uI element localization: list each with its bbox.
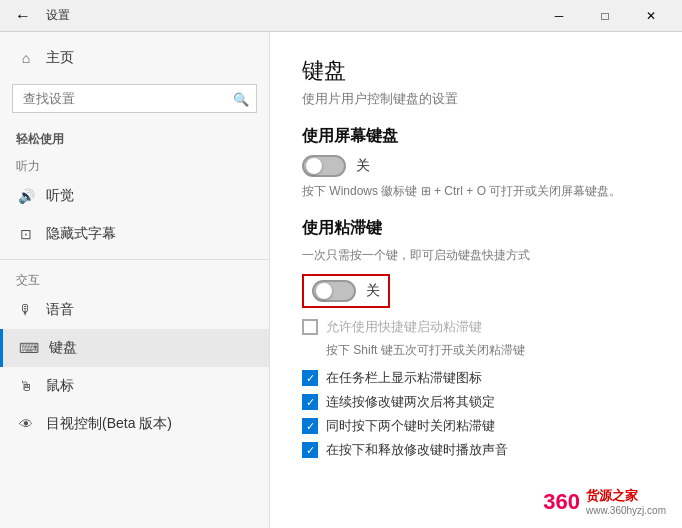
screen-keyboard-hint: 按下 Windows 徽标键 ⊞ + Ctrl + O 可打开或关闭屏幕键盘。 bbox=[302, 183, 650, 200]
watermark-text-block: 货源之家 www.360hyzj.com bbox=[586, 487, 666, 516]
titlebar-title: 设置 bbox=[46, 7, 70, 24]
search-input[interactable] bbox=[12, 84, 257, 113]
watermark-brand: 货源之家 bbox=[586, 487, 666, 505]
checkbox-row-5: 在按下和释放修改键时播放声音 bbox=[302, 441, 650, 459]
search-icon: 🔍 bbox=[233, 91, 249, 106]
watermark: 360 货源之家 www.360hyzj.com bbox=[535, 483, 674, 520]
main-layout: ⌂ 主页 🔍 轻松使用 听力 🔊 听觉 ⊡ 隐藏式字幕 交互 🎙 语音 ⌨ bbox=[0, 32, 682, 528]
close-button[interactable]: ✕ bbox=[628, 0, 674, 32]
checkbox-1-hint: 按下 Shift 键五次可打开或关闭粘滞键 bbox=[326, 342, 650, 359]
maximize-button[interactable]: □ bbox=[582, 0, 628, 32]
checkbox-row-1: 允许使用快捷键启动粘滞键 bbox=[302, 318, 650, 336]
home-icon: ⌂ bbox=[16, 48, 36, 68]
keyboard-icon: ⌨ bbox=[19, 338, 39, 358]
eyecontrol-icon: 👁 bbox=[16, 414, 36, 434]
page-subtitle: 使用片用户控制键盘的设置 bbox=[302, 90, 650, 108]
sidebar: ⌂ 主页 🔍 轻松使用 听力 🔊 听觉 ⊡ 隐藏式字幕 交互 🎙 语音 ⌨ bbox=[0, 32, 270, 528]
sidebar-item-home[interactable]: ⌂ 主页 bbox=[0, 40, 269, 76]
checkbox-row-2: 在任务栏上显示粘滞键图标 bbox=[302, 369, 650, 387]
titlebar-controls: ─ □ ✕ bbox=[536, 0, 674, 32]
sticky-keys-section-title: 使用粘滞键 bbox=[302, 218, 650, 239]
checkbox-3-label: 连续按修改键两次后将其锁定 bbox=[326, 393, 495, 411]
back-button[interactable]: ← bbox=[8, 1, 38, 31]
checkbox-row-3: 连续按修改键两次后将其锁定 bbox=[302, 393, 650, 411]
toggle-thumb-2 bbox=[316, 283, 332, 299]
checkbox-5[interactable] bbox=[302, 442, 318, 458]
screen-keyboard-section-title: 使用屏幕键盘 bbox=[302, 126, 650, 147]
page-title: 键盘 bbox=[302, 56, 650, 86]
checkbox-row-4: 同时按下两个键时关闭粘滞键 bbox=[302, 417, 650, 435]
watermark-url: www.360hyzj.com bbox=[586, 505, 666, 516]
checkbox-1-label: 允许使用快捷键启动粘滞键 bbox=[326, 318, 482, 336]
sticky-keys-desc: 一次只需按一个键，即可启动键盘快捷方式 bbox=[302, 247, 650, 264]
sidebar-search-container: 🔍 bbox=[12, 84, 257, 113]
content-panel: 键盘 使用片用户控制键盘的设置 使用屏幕键盘 关 按下 Windows 徽标键 … bbox=[270, 32, 682, 489]
captions-icon: ⊡ bbox=[16, 224, 36, 244]
checkbox-1[interactable] bbox=[302, 319, 318, 335]
sidebar-item-keyboard[interactable]: ⌨ 键盘 bbox=[0, 329, 269, 367]
mouse-icon: 🖱 bbox=[16, 376, 36, 396]
sidebar-divider bbox=[0, 259, 269, 260]
titlebar: ← 设置 ─ □ ✕ bbox=[0, 0, 682, 32]
checkbox-5-label: 在按下和释放修改键时播放声音 bbox=[326, 441, 508, 459]
section-ease-label: 轻松使用 bbox=[0, 121, 269, 152]
screen-keyboard-toggle[interactable] bbox=[302, 155, 346, 177]
minimize-button[interactable]: ─ bbox=[536, 0, 582, 32]
sticky-keys-toggle-row: 关 bbox=[302, 274, 650, 308]
speech-icon: 🎙 bbox=[16, 300, 36, 320]
sticky-keys-toggle[interactable] bbox=[312, 280, 356, 302]
checkbox-2-label: 在任务栏上显示粘滞键图标 bbox=[326, 369, 482, 387]
toggle-thumb bbox=[306, 158, 322, 174]
titlebar-left: ← 设置 bbox=[8, 1, 70, 31]
screen-keyboard-toggle-label: 关 bbox=[356, 157, 370, 175]
screen-keyboard-toggle-row: 关 bbox=[302, 155, 650, 177]
hearing-icon: 🔊 bbox=[16, 186, 36, 206]
hearing-section-label: 听力 bbox=[0, 152, 269, 177]
sticky-keys-toggle-label: 关 bbox=[366, 282, 380, 300]
sidebar-item-speech[interactable]: 🎙 语音 bbox=[0, 291, 269, 329]
sidebar-item-captions[interactable]: ⊡ 隐藏式字幕 bbox=[0, 215, 269, 253]
sidebar-item-eyecontrol[interactable]: 👁 目视控制(Beta 版本) bbox=[0, 405, 269, 443]
interaction-section-label: 交互 bbox=[0, 266, 269, 291]
checkbox-4[interactable] bbox=[302, 418, 318, 434]
checkbox-4-label: 同时按下两个键时关闭粘滞键 bbox=[326, 417, 495, 435]
sidebar-home-label: 主页 bbox=[46, 49, 74, 67]
watermark-number: 360 bbox=[543, 489, 580, 515]
sticky-keys-toggle-highlight: 关 bbox=[302, 274, 390, 308]
checkbox-3[interactable] bbox=[302, 394, 318, 410]
checkbox-2[interactable] bbox=[302, 370, 318, 386]
sidebar-item-hearing[interactable]: 🔊 听觉 bbox=[0, 177, 269, 215]
sidebar-item-mouse[interactable]: 🖱 鼠标 bbox=[0, 367, 269, 405]
